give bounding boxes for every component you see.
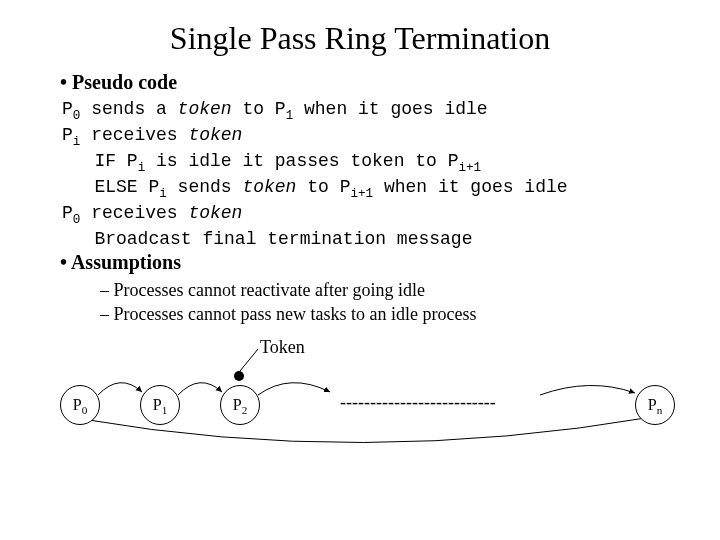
section-assumptions: Assumptions xyxy=(60,251,680,274)
assumption-item: Processes cannot pass new tasks to an id… xyxy=(100,302,680,326)
node-p2: P2 xyxy=(220,385,260,425)
svg-line-0 xyxy=(240,349,258,371)
pseudocode-block: P0 sends a token to P1 when it goes idle… xyxy=(62,98,680,251)
section-pseudocode: Pseudo code xyxy=(60,71,680,94)
node-p0: P0 xyxy=(60,385,100,425)
token-label: Token xyxy=(260,337,305,358)
node-p1: P1 xyxy=(140,385,180,425)
page-title: Single Pass Ring Termination xyxy=(40,20,680,57)
ellipsis: -------------------------- xyxy=(340,392,496,413)
token-dot-icon xyxy=(234,371,244,381)
ring-diagram: Token P0 P1 P2 -------------------------… xyxy=(40,337,680,457)
assumption-item: Processes cannot reactivate after going … xyxy=(100,278,680,302)
node-pn: Pn xyxy=(635,385,675,425)
